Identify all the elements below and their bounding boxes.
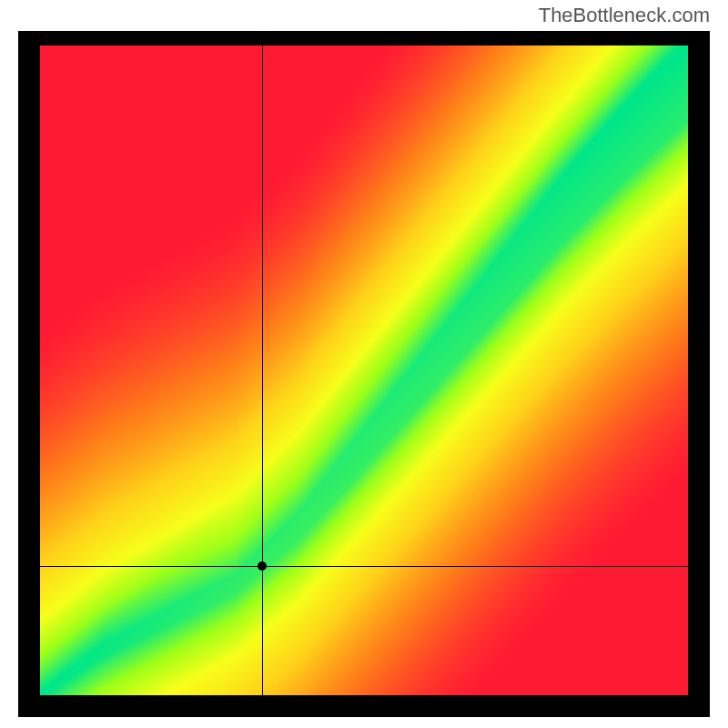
plot-frame (18, 31, 710, 717)
marker-point (258, 561, 267, 571)
attribution-text: TheBottleneck.com (539, 4, 710, 27)
heatmap-canvas (40, 46, 688, 695)
crosshair-horizontal (40, 566, 688, 567)
crosshair-vertical (262, 46, 263, 695)
chart-container: TheBottleneck.com (0, 0, 728, 728)
